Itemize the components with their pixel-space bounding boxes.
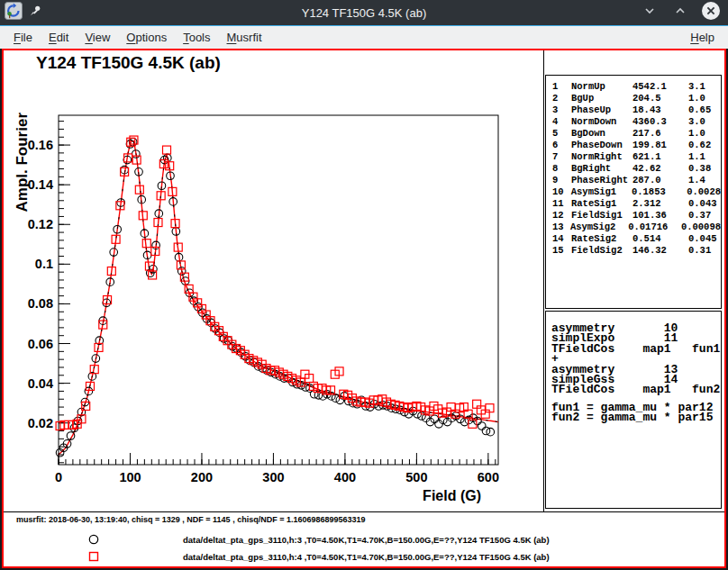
param-no: 3 — [552, 104, 571, 116]
window-title: Y124 TF150G 4.5K (ab) — [0, 6, 728, 20]
param-val: 287.0 — [632, 175, 688, 186]
fourier-plot[interactable]: 01002003004005006000.020.040.060.080.10.… — [4, 50, 544, 511]
param-err: 0.31 — [688, 245, 721, 257]
param-val: 4360.3 — [632, 116, 688, 128]
param-err: 1.0 — [688, 93, 721, 104]
param-row-AsymSig2: 13AsymSig20.017160.00098 — [546, 222, 721, 233]
menu-item-help[interactable]: Help — [682, 28, 723, 47]
param-no: 14 — [552, 233, 571, 245]
param-no: 12 — [552, 210, 571, 222]
app-window: Y124 TF150G 4.5K (ab) — [0, 0, 728, 570]
param-row-PhaseUp: 3PhaseUp18.430.65 — [546, 104, 721, 116]
param-row-BgRight: 8BgRight42.620.38 — [546, 163, 721, 175]
param-no: 4 — [552, 116, 571, 128]
param-val: 101.36 — [632, 210, 688, 222]
param-name: AsymSig1 — [571, 186, 632, 198]
param-no: 13 — [552, 222, 570, 233]
param-name: NormRight — [571, 151, 632, 163]
chevron-down-icon — [643, 5, 656, 21]
param-val: 0.1853 — [632, 186, 687, 198]
param-err: 0.37 — [688, 210, 721, 222]
svg-text:0.14: 0.14 — [28, 177, 53, 192]
close-button[interactable] — [701, 3, 721, 23]
fit-curve-black-dashed — [59, 141, 498, 455]
menu-item-help-rest: elp — [699, 31, 714, 44]
param-row-PhaseDown: 6PhaseDown199.810.62 — [546, 140, 721, 151]
param-row-RateSig1: 11RateSig12.3120.043 — [546, 198, 721, 210]
param-val: 2.312 — [632, 198, 688, 210]
param-no: 9 — [552, 175, 571, 186]
param-no: 7 — [552, 151, 571, 163]
param-err: 0.0028 — [687, 186, 721, 198]
param-row-FieldSig2: 15FieldSig2146.320.31 — [546, 245, 721, 257]
param-name: RateSig2 — [571, 233, 632, 245]
param-row-PhaseRight: 9PhaseRight287.01.4 — [546, 175, 721, 186]
svg-text:600: 600 — [478, 470, 499, 484]
root-app-icon — [5, 2, 23, 23]
svg-text:500: 500 — [405, 470, 427, 484]
menu-item-options[interactable]: Options — [118, 28, 175, 47]
fit-summary-text: musrfit: 2018-06-30, 13:19:40, chisq = 1… — [16, 515, 365, 524]
theory-line: TFieldCos map1 fun1 — [551, 344, 721, 354]
titlebar: Y124 TF150G 4.5K (ab) — [0, 0, 728, 25]
param-no: 10 — [552, 186, 571, 198]
param-err: 3.0 — [688, 116, 721, 128]
y-axis-title: Ampl. Fourier — [14, 113, 31, 213]
menu-item-tools[interactable]: Tools — [175, 28, 218, 47]
param-row-BgDown: 5BgDown217.61.0 — [546, 128, 721, 140]
param-name: PhaseRight — [571, 175, 632, 186]
param-no: 5 — [552, 128, 571, 140]
param-val: 217.6 — [632, 128, 688, 140]
param-name: NormUp — [571, 81, 632, 93]
param-err: 0.043 — [688, 198, 721, 210]
menubar: FileEditViewOptionsToolsMusrfit Help — [0, 25, 728, 49]
param-name: AsymSig2 — [570, 222, 628, 233]
maximize-button[interactable] — [670, 3, 690, 23]
param-row-FieldSig1: 12FieldSig1101.360.37 — [546, 210, 721, 222]
fit-curve-red — [59, 141, 498, 455]
param-row-NormRight: 7NormRight621.11.1 — [546, 151, 721, 163]
svg-text:200: 200 — [191, 470, 213, 484]
theory-line: fun2 = gamma_mu * par15 — [551, 412, 721, 422]
param-row-BgUp: 2BgUp204.51.0 — [546, 93, 721, 104]
param-name: FieldSig2 — [571, 245, 632, 257]
param-name: FieldSig1 — [571, 210, 632, 222]
param-val: 18.43 — [632, 104, 688, 116]
theory-pad: asymmetry 10simplExpo 11TFieldCos map1 f… — [545, 311, 722, 509]
theory-line: TFieldCos map1 fun2 — [551, 385, 721, 394]
axis-tick-labels: 01002003004005006000.020.040.060.080.10.… — [28, 138, 499, 484]
param-name: NormDown — [571, 116, 632, 128]
param-err: 1.0 — [688, 128, 721, 140]
param-no: 15 — [552, 245, 571, 257]
menu-item-edit[interactable]: Edit — [41, 28, 77, 47]
param-no: 11 — [552, 198, 571, 210]
param-err: 1.1 — [688, 151, 721, 163]
menu-item-musrfit[interactable]: Musrfit — [219, 28, 270, 47]
legend-label: data/deltat_pta_gps_3110,h:4 ,T0=4.50K,T… — [183, 552, 550, 562]
legend-row-1: data/deltat_pta_gps_3110,h:3 ,T0=4.50K,T… — [4, 532, 724, 547]
menu-item-view[interactable]: View — [77, 28, 118, 47]
param-name: BgDown — [571, 128, 632, 140]
param-err: 0.62 — [688, 140, 721, 151]
root-canvas[interactable]: Y124 TF150G 4.5K (ab) 010020030040050060… — [2, 49, 726, 568]
svg-text:0.16: 0.16 — [28, 138, 53, 152]
x-axis-title: Field (G) — [423, 488, 481, 503]
param-row-NormUp: 1NormUp4542.13.1 — [546, 81, 721, 93]
param-name: RateSig1 — [571, 198, 632, 210]
param-val: 146.32 — [632, 245, 688, 257]
circle-marker-icon — [86, 532, 101, 550]
svg-text:0.06: 0.06 — [28, 337, 53, 351]
param-no: 2 — [552, 93, 571, 104]
menu-item-file[interactable]: File — [5, 28, 41, 47]
svg-text:0.08: 0.08 — [28, 296, 53, 311]
param-name: PhaseUp — [571, 104, 632, 116]
param-val: 42.62 — [632, 163, 688, 175]
param-val: 204.5 — [632, 93, 688, 104]
minimize-button[interactable] — [640, 3, 660, 23]
param-err: 0.65 — [688, 104, 721, 116]
legend-row-2: data/deltat_pta_gps_3110,h:4 ,T0=4.50K,T… — [4, 549, 724, 564]
param-err: 0.38 — [688, 163, 721, 175]
svg-text:0.12: 0.12 — [28, 217, 53, 231]
param-val: 0.01716 — [628, 222, 681, 233]
param-err: 0.00098 — [681, 222, 721, 233]
